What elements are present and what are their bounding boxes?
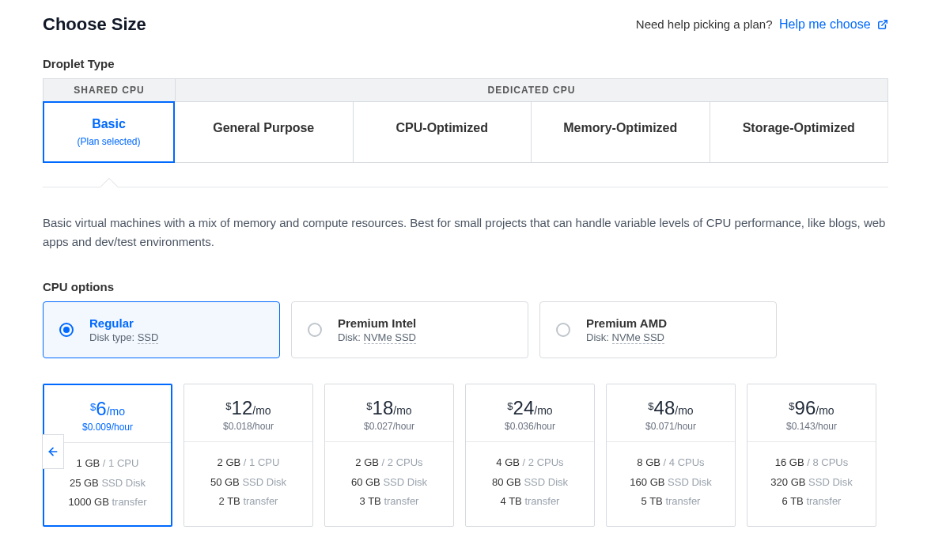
price-amount: 18 — [373, 397, 394, 418]
radio-icon — [556, 323, 570, 337]
spec-disk-suffix: SSD Disk — [808, 476, 853, 488]
plan-price-hourly: $0.009/hour — [51, 422, 165, 433]
spec-transfer: 4 TB — [501, 495, 522, 507]
spec-sep: / — [379, 456, 388, 468]
plan-price-hourly: $0.027/hour — [331, 421, 447, 432]
spec-disk: 160 GB — [630, 476, 664, 488]
spec-disk: 25 GB — [70, 477, 99, 489]
plan-price-hourly: $0.143/hour — [754, 421, 869, 432]
cpu-disk-value: SSD — [138, 331, 159, 344]
type-card-basic[interactable]: Basic (Plan selected) — [43, 101, 175, 163]
plan-card[interactable]: $96/mo $0.143/hour 16 GB / 8 CPUs 320 GB… — [747, 384, 876, 527]
cpu-options-label: CPU options — [43, 280, 888, 293]
cpu-disk-label: Disk: — [338, 331, 361, 343]
spec-transfer: 1000 GB — [68, 496, 108, 508]
spec-disk-suffix: SSD Disk — [524, 476, 568, 488]
shared-cpu-header: SHARED CPU — [43, 78, 175, 101]
cpu-name: Premium Intel — [338, 316, 416, 330]
cpu-option-premium-amd[interactable]: Premium AMD Disk: NVMe SSD — [539, 301, 777, 358]
plan-price-monthly: $24/mo — [472, 397, 588, 419]
plan-list: $6/mo $0.009/hour 1 GB / 1 CPU 25 GB SSD… — [43, 384, 888, 527]
cpu-disk-value: NVMe SSD — [364, 331, 416, 344]
plan-card[interactable]: $48/mo $0.071/hour 8 GB / 4 CPUs 160 GB … — [606, 384, 736, 527]
price-amount: 12 — [232, 397, 253, 418]
svg-line-0 — [882, 21, 887, 25]
help-area: Need help picking a plan? Help me choose — [636, 17, 888, 32]
type-card-memory-optimized[interactable]: Memory-Optimized — [532, 101, 710, 163]
spec-cpu: 1 CPU — [108, 457, 138, 469]
spec-disk: 50 GB — [210, 476, 240, 488]
spec-disk: 80 GB — [492, 476, 521, 488]
type-description: Basic virtual machines with a mix of mem… — [43, 214, 888, 252]
spec-transfer: 3 TB — [360, 495, 381, 507]
per-month-label: /mo — [816, 404, 834, 417]
currency-symbol: $ — [789, 400, 794, 412]
plan-card[interactable]: $18/mo $0.027/hour 2 GB / 2 CPUs 60 GB S… — [324, 384, 454, 527]
currency-symbol: $ — [366, 400, 372, 412]
plan-price-block: $12/mo $0.018/hour — [184, 384, 312, 442]
spec-transfer-suffix: transfer — [524, 495, 559, 507]
type-card-cpu-optimized[interactable]: CPU-Optimized — [354, 101, 532, 163]
plan-card[interactable]: $24/mo $0.036/hour 4 GB / 2 CPUs 80 GB S… — [465, 384, 595, 527]
help-link-label: Help me choose — [779, 17, 871, 31]
price-amount: 6 — [96, 398, 106, 419]
spec-cpu: 1 CPU — [249, 456, 279, 468]
type-sub: (Plan selected) — [52, 136, 165, 147]
type-card-storage-optimized[interactable]: Storage-Optimized — [710, 101, 889, 163]
plan-price-monthly: $12/mo — [191, 397, 306, 419]
plan-price-hourly: $0.018/hour — [191, 421, 306, 432]
dedicated-cpu-header: DEDICATED CPU — [175, 78, 888, 101]
arrow-left-icon — [47, 445, 59, 458]
plan-specs: 4 GB / 2 CPUs 80 GB SSD Disk 4 TB transf… — [466, 442, 594, 524]
cpu-disk-value: NVMe SSD — [612, 331, 664, 344]
spec-ram: 2 GB — [218, 456, 241, 468]
spec-transfer-suffix: transfer — [806, 495, 841, 507]
radio-icon — [59, 323, 74, 337]
spec-cpu: 2 CPUs — [528, 456, 564, 468]
plan-card[interactable]: $12/mo $0.018/hour 2 GB / 1 CPU 50 GB SS… — [184, 384, 313, 527]
spec-ram: 16 GB — [775, 456, 804, 468]
plan-specs: 8 GB / 4 CPUs 160 GB SSD Disk 5 TB trans… — [607, 442, 735, 524]
spec-sep: / — [660, 456, 669, 468]
spec-disk-suffix: SSD Disk — [668, 476, 712, 488]
cpu-disk: Disk type: SSD — [89, 331, 158, 343]
spec-transfer-suffix: transfer — [665, 495, 700, 507]
plan-specs: 2 GB / 1 CPU 50 GB SSD Disk 2 TB transfe… — [184, 442, 312, 524]
cpu-option-regular[interactable]: Regular Disk type: SSD — [43, 301, 280, 358]
scroll-left-button[interactable] — [42, 434, 64, 469]
cpu-disk-label: Disk type: — [89, 331, 134, 343]
plan-specs: 16 GB / 8 CPUs 320 GB SSD Disk 6 TB tran… — [747, 442, 876, 524]
spec-transfer: 5 TB — [641, 495, 663, 507]
plan-price-monthly: $18/mo — [331, 397, 447, 419]
spec-transfer-suffix: transfer — [243, 495, 278, 507]
spec-cpu: 8 CPUs — [812, 456, 848, 468]
spec-sep: / — [520, 456, 528, 468]
plan-price-monthly: $48/mo — [613, 397, 729, 419]
plan-price-block: $18/mo $0.027/hour — [325, 384, 453, 442]
spec-disk: 60 GB — [351, 476, 380, 488]
per-month-label: /mo — [252, 404, 271, 417]
spec-ram: 1 GB — [77, 457, 100, 469]
spec-sep: / — [100, 457, 108, 469]
caret-up-icon — [100, 178, 119, 196]
external-link-icon — [877, 19, 888, 30]
spec-disk-suffix: SSD Disk — [242, 476, 286, 488]
page-title: Choose Size — [43, 14, 146, 35]
per-month-label: /mo — [534, 404, 552, 417]
droplet-type-label: Droplet Type — [43, 57, 888, 70]
spec-disk-suffix: SSD Disk — [101, 477, 146, 489]
help-me-choose-link[interactable]: Help me choose — [779, 17, 888, 31]
plan-price-monthly: $96/mo — [754, 397, 869, 419]
price-amount: 48 — [654, 397, 676, 418]
cpu-option-premium-intel[interactable]: Premium Intel Disk: NVMe SSD — [291, 301, 528, 358]
type-name: Basic — [52, 117, 165, 131]
spec-cpu: 2 CPUs — [388, 456, 423, 468]
plan-price-block: $24/mo $0.036/hour — [466, 384, 594, 442]
spec-ram: 2 GB — [355, 456, 379, 468]
cpu-disk: Disk: NVMe SSD — [586, 331, 667, 343]
cpu-disk-label: Disk: — [586, 331, 609, 343]
type-card-general-purpose[interactable]: General Purpose — [175, 101, 354, 163]
spec-cpu: 4 CPUs — [669, 456, 705, 468]
price-amount: 24 — [513, 397, 535, 418]
plan-price-block: $96/mo $0.143/hour — [747, 384, 876, 442]
